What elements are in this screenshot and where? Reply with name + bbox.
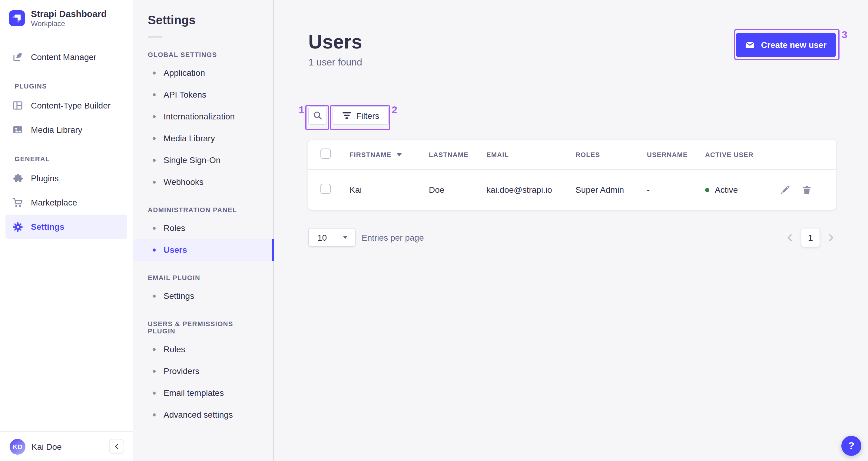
row-actions bbox=[775, 185, 836, 195]
column-header-label: LASTNAME bbox=[429, 151, 468, 158]
search-button[interactable] bbox=[308, 106, 327, 125]
bullet-icon bbox=[153, 115, 156, 118]
settings-nav-list: Settings bbox=[133, 285, 273, 307]
sidebar-item-plugins[interactable]: Plugins bbox=[0, 166, 127, 190]
bullet-icon bbox=[153, 413, 156, 416]
bullet-icon bbox=[153, 226, 156, 229]
column-header-label: ROLES bbox=[576, 151, 600, 158]
strapi-logo-icon bbox=[9, 10, 25, 26]
puzzle-icon bbox=[12, 173, 23, 184]
sidebar-section-general: GENERAL bbox=[14, 155, 133, 163]
pen-square-icon bbox=[12, 52, 23, 62]
settings-item-application[interactable]: Application bbox=[133, 62, 273, 84]
chevron-right-icon bbox=[826, 232, 836, 242]
settings-item-up-providers[interactable]: Providers bbox=[133, 360, 273, 382]
sidebar-item-marketplace[interactable]: Marketplace bbox=[0, 190, 127, 214]
sidebar-item-media-library[interactable]: Media Library bbox=[0, 118, 127, 142]
settings-item-label: Webhooks bbox=[163, 177, 204, 187]
settings-nav-list: Roles Users bbox=[133, 217, 273, 261]
sidebar-item-content-type-builder[interactable]: Content-Type Builder bbox=[0, 93, 127, 118]
workspace-switcher[interactable]: Strapi Dashboard Workplace bbox=[0, 0, 133, 36]
settings-item-up-roles[interactable]: Roles bbox=[133, 338, 273, 360]
column-header-label: ACTIVE USER bbox=[705, 151, 753, 158]
user-name: Kai Doe bbox=[31, 441, 103, 451]
divider bbox=[148, 36, 162, 37]
cart-icon bbox=[12, 197, 23, 208]
trash-icon bbox=[802, 185, 812, 195]
page-size-control: 10 Entries per page bbox=[308, 228, 424, 247]
settings-item-admin-users[interactable]: Users bbox=[133, 239, 273, 261]
edit-user-button[interactable] bbox=[780, 185, 790, 195]
settings-nav-list: Roles Providers Email templates Advanced… bbox=[133, 338, 273, 426]
settings-item-label: Roles bbox=[163, 344, 185, 354]
settings-item-label: Media Library bbox=[163, 133, 215, 143]
settings-item-single-sign-on[interactable]: Single Sign-On bbox=[133, 149, 273, 171]
next-page-button[interactable] bbox=[826, 232, 836, 242]
page-title-block: Users 1 user found bbox=[308, 30, 362, 68]
settings-item-label: Roles bbox=[163, 223, 185, 233]
settings-item-email-settings[interactable]: Settings bbox=[133, 285, 273, 307]
settings-item-internationalization[interactable]: Internationalization bbox=[133, 106, 273, 127]
settings-item-webhooks[interactable]: Webhooks bbox=[133, 171, 273, 193]
bullet-icon bbox=[153, 391, 156, 394]
settings-section-global: GLOBAL SETTINGS bbox=[148, 51, 259, 58]
settings-item-up-email-templates[interactable]: Email templates bbox=[133, 382, 273, 404]
status-dot-icon bbox=[705, 188, 709, 192]
settings-item-admin-roles[interactable]: Roles bbox=[133, 217, 273, 239]
table-row[interactable]: Kai Doe kai.doe@strapi.io Super Admin - … bbox=[308, 170, 836, 210]
chevron-left-icon bbox=[785, 232, 795, 242]
status-label: Active bbox=[715, 185, 738, 195]
settings-item-label: Settings bbox=[163, 291, 194, 301]
sidebar-item-label: Content Manager bbox=[31, 52, 96, 62]
bullet-icon bbox=[153, 248, 156, 251]
settings-item-up-advanced-settings[interactable]: Advanced settings bbox=[133, 404, 273, 426]
main-content: Users 1 user found Create new user bbox=[274, 0, 868, 461]
cell-email: kai.doe@strapi.io bbox=[486, 185, 576, 195]
filters-button[interactable]: Filters bbox=[333, 106, 389, 125]
create-new-user-button[interactable]: Create new user bbox=[736, 33, 836, 57]
settings-item-media-library[interactable]: Media Library bbox=[133, 127, 273, 149]
envelope-icon bbox=[745, 40, 755, 50]
page-size-select[interactable]: 10 bbox=[308, 228, 355, 247]
column-header-roles[interactable]: ROLES bbox=[576, 151, 647, 158]
page-number-1[interactable]: 1 bbox=[801, 228, 819, 247]
cell-active-user: Active bbox=[705, 185, 775, 195]
select-all-cell bbox=[308, 148, 349, 161]
cell-firstname: Kai bbox=[349, 185, 429, 195]
sort-desc-icon[interactable] bbox=[397, 153, 402, 156]
bullet-icon bbox=[153, 348, 156, 351]
gear-icon bbox=[12, 221, 23, 232]
row-select-cell bbox=[308, 183, 349, 196]
column-header-firstname[interactable]: FIRSTNAME bbox=[349, 151, 429, 158]
filter-icon bbox=[342, 112, 351, 119]
select-all-checkbox[interactable] bbox=[320, 148, 331, 159]
settings-item-label: Email templates bbox=[163, 388, 224, 398]
entries-per-page-label: Entries per page bbox=[362, 232, 424, 242]
column-header-email[interactable]: EMAIL bbox=[486, 151, 576, 158]
sidebar-nav: Content Manager PLUGINS Content-Type Bui… bbox=[0, 36, 133, 239]
column-header-label: EMAIL bbox=[486, 151, 509, 158]
previous-page-button[interactable] bbox=[785, 232, 795, 242]
bullet-icon bbox=[153, 137, 156, 140]
bullet-icon bbox=[153, 159, 156, 162]
settings-item-label: API Tokens bbox=[163, 90, 206, 99]
collapse-sidebar-button[interactable] bbox=[109, 439, 124, 454]
settings-nav-list: Application API Tokens Internationalizat… bbox=[133, 62, 273, 193]
settings-item-api-tokens[interactable]: API Tokens bbox=[133, 84, 273, 106]
page-header: Users 1 user found Create new user bbox=[308, 0, 836, 68]
help-button[interactable]: ? bbox=[841, 436, 861, 456]
bullet-icon bbox=[153, 93, 156, 96]
sidebar-item-content-manager[interactable]: Content Manager bbox=[0, 45, 127, 69]
delete-user-button[interactable] bbox=[802, 185, 812, 195]
sidebar-item-label: Plugins bbox=[31, 173, 59, 183]
sidebar-item-label: Marketplace bbox=[31, 198, 77, 207]
row-checkbox[interactable] bbox=[320, 183, 331, 194]
brand-text: Strapi Dashboard Workplace bbox=[31, 8, 106, 28]
sidebar-item-settings[interactable]: Settings bbox=[5, 214, 127, 239]
column-header-lastname[interactable]: LASTNAME bbox=[429, 151, 486, 158]
column-header-username[interactable]: USERNAME bbox=[647, 151, 705, 158]
avatar[interactable]: KD bbox=[10, 438, 26, 454]
page-size-value: 10 bbox=[317, 232, 327, 242]
question-mark-icon: ? bbox=[848, 440, 855, 452]
column-header-active-user[interactable]: ACTIVE USER bbox=[705, 151, 775, 158]
